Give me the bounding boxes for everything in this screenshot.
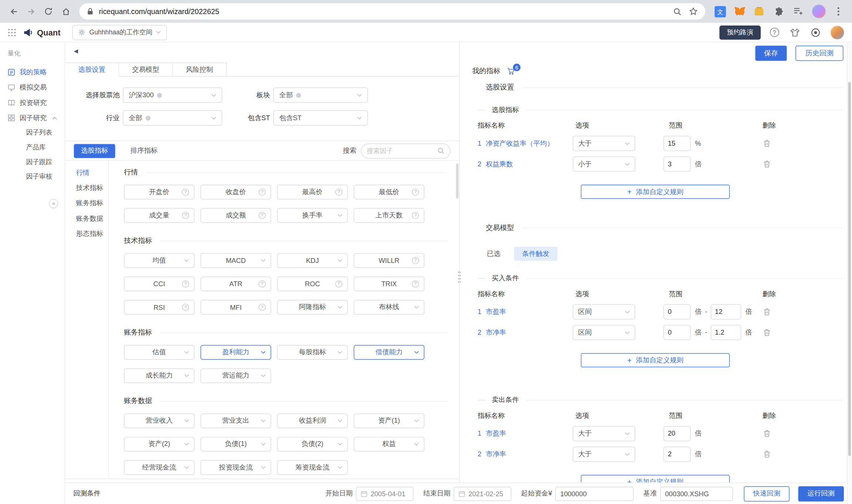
indicator-button[interactable]: 盈利能力 [200,345,271,360]
indicator-button[interactable]: 营业收入 [124,413,195,428]
indicator-button[interactable]: 每股指标 [277,345,348,360]
indicator-button[interactable]: CCI? [124,277,195,291]
add-custom-rule-button[interactable]: +添加自定义规则 [581,353,730,367]
workspace-selector[interactable]: Guhhhhaa的工作空间 [72,25,167,40]
history-backtest-button[interactable]: 历史回测 [795,45,843,61]
indicator-button[interactable]: 成长能力 [124,368,195,383]
user-avatar[interactable] [830,25,844,39]
apps-grid-icon[interactable] [8,28,17,37]
indicator-button[interactable]: 收盘价? [200,185,271,200]
indicator-button[interactable]: ROC? [277,277,348,291]
delete-rule-button[interactable] [763,430,770,437]
customer-service-icon[interactable] [808,25,822,39]
end-date-input[interactable]: 2021-02-25 [454,487,511,501]
range-to-input[interactable] [710,304,741,319]
indicator-button[interactable]: 负债(1) [200,437,271,451]
indicator-button[interactable]: 换手率 [277,208,348,223]
indicator-button[interactable]: 成交额? [200,208,271,223]
sidebar-subitem-factor-list[interactable]: 因子列表 [0,125,65,140]
delete-rule-button[interactable] [763,450,770,458]
search-input[interactable] [367,147,437,155]
sidebar-collapse-button[interactable]: « [49,199,58,208]
metamask-extension-icon[interactable] [732,4,747,19]
rule-option-select[interactable]: 区间 [573,304,635,319]
search-factor-box[interactable] [361,143,450,158]
indicator-button[interactable]: 收益利润 [277,413,348,428]
save-button[interactable]: 保存 [755,45,787,61]
add-custom-rule-button[interactable]: +添加自定义规则 [581,185,730,199]
address-bar[interactable]: ricequant.com/quant/wizard/2022625 [80,3,706,20]
tab-trade-model[interactable]: 交易模型 [119,62,173,77]
value-input[interactable] [663,447,690,462]
bookmark-star-icon[interactable] [689,7,698,16]
help-icon[interactable]: ? [767,25,781,39]
sidebar-item-paper-trading[interactable]: 模拟交易 [0,80,65,95]
capital-input[interactable] [555,487,634,501]
indicator-button[interactable]: 最高价? [277,185,348,200]
value-input[interactable] [663,156,690,172]
st-select[interactable]: 包含ST [273,110,368,125]
delete-rule-button[interactable] [763,140,770,148]
indicator-button[interactable]: MACD [200,253,271,268]
indicator-button[interactable]: 筹资现金流 [277,460,348,475]
rule-option-select[interactable]: 区间 [573,325,635,340]
cart-icon[interactable]: 6 [507,67,515,75]
chrome-menu-icon[interactable] [830,3,846,20]
sector-select[interactable]: 全部 [273,88,368,103]
tab-risk-control[interactable]: 风险控制 [173,62,226,77]
rule-name-link[interactable]: 权益乘数 [486,159,513,169]
picker-category[interactable]: 形态指标 [65,226,108,241]
reading-list-icon[interactable] [791,4,806,19]
picker-category[interactable]: 技术指标 [65,180,108,196]
sidebar-item-factor-research[interactable]: 因子研究 [0,110,65,125]
range-from-input[interactable] [663,325,690,340]
scrollbar-thumb[interactable] [848,82,851,456]
indicator-button[interactable]: WILLR? [354,253,425,268]
home-icon[interactable] [58,3,74,20]
tab-stock-selection[interactable]: 选股设置 [65,62,119,77]
range-from-input[interactable] [663,304,690,319]
indicator-button[interactable]: RSI? [124,300,195,315]
picker-category[interactable]: 账务数据 [65,211,108,226]
rule-option-select[interactable]: 大于 [573,136,635,151]
sidebar-subitem-factor-tracking[interactable]: 因子跟踪 [0,155,65,170]
value-input[interactable] [663,426,690,441]
sidebar-item-research[interactable]: 投资研究 [0,95,65,110]
indicator-button[interactable]: MFI? [200,300,271,315]
tab-select-indicators[interactable]: 选股指标 [74,144,115,158]
indicator-button[interactable]: 负债(2) [277,437,348,451]
cube-extension-icon[interactable] [751,4,767,19]
tab-sort-indicators[interactable]: 排序指标 [131,146,158,155]
indicator-button[interactable]: 开盘价? [124,185,195,200]
rule-name-link[interactable]: 市盈率 [486,307,506,317]
tab-selected[interactable]: 已选 [487,249,501,258]
rule-name-link[interactable]: 市盈率 [486,429,506,438]
puzzle-extensions-icon[interactable] [771,4,786,19]
start-date-input[interactable]: 2005-04-01 [356,487,414,501]
indicator-button[interactable]: 资产(2) [124,437,195,451]
indicator-button[interactable]: TRIX? [354,277,425,291]
indicator-button[interactable]: 经营现金流 [124,460,195,475]
page-scrollbar[interactable] [847,43,852,504]
delete-rule-button[interactable] [763,329,770,336]
indicator-button[interactable]: 均值 [124,253,195,268]
shirt-theme-icon[interactable] [788,25,802,39]
value-input[interactable] [663,136,690,151]
stock-pool-select[interactable]: 沪深300 [123,88,222,103]
indicator-button[interactable]: 估值 [124,345,195,360]
forward-icon[interactable] [23,3,39,20]
scrollbar-thumb[interactable] [456,163,459,198]
indicator-button[interactable]: 营业支出 [200,413,271,428]
rule-option-select[interactable]: 大于 [573,447,635,462]
picker-category[interactable]: 行情 [65,165,108,180]
chrome-profile-avatar[interactable] [812,4,826,18]
search-icon[interactable] [673,7,682,16]
indicator-button[interactable]: 权益 [354,437,425,451]
roadshow-button[interactable]: 预约路演 [719,25,761,39]
industry-select[interactable]: 全部 [123,110,222,125]
delete-rule-button[interactable] [763,308,770,316]
sidebar-item-my-strategies[interactable]: 我的策略 [0,65,65,80]
indicator-button[interactable]: ATR? [200,277,271,291]
indicator-button[interactable]: 营运能力 [200,368,271,383]
indicator-button[interactable]: 最低价? [354,185,425,200]
